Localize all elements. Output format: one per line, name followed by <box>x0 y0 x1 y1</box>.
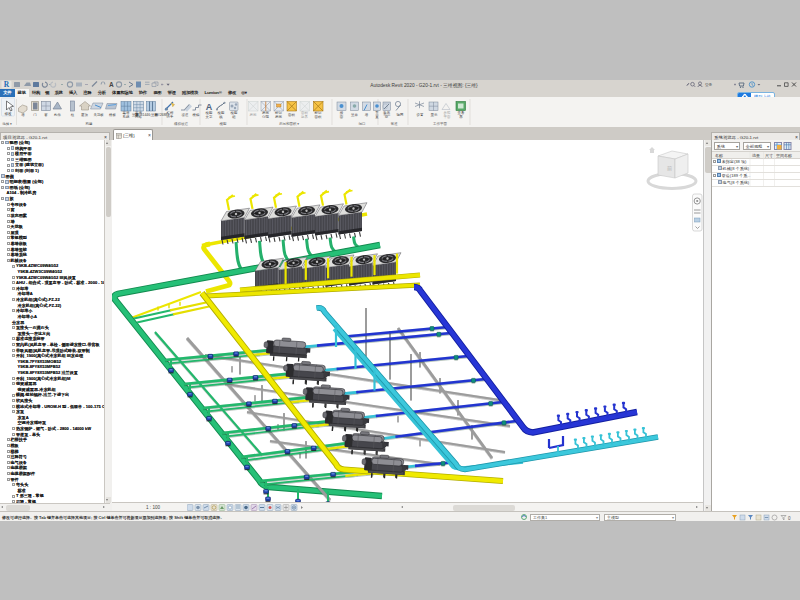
svg-text:屋顶: 屋顶 <box>81 113 88 117</box>
svg-text:A: A <box>206 102 213 112</box>
svg-text:0: 0 <box>788 515 791 520</box>
svg-text:选择 ▾: 选择 ▾ <box>2 122 12 126</box>
svg-text:工作平面: 工作平面 <box>433 121 448 126</box>
svg-text:扶手: 扶手 <box>167 114 174 119</box>
svg-text:平面: 平面 <box>444 114 451 119</box>
svg-text:基准: 基准 <box>391 122 399 126</box>
svg-text:楼梯: 楼梯 <box>193 113 200 117</box>
svg-text:墙: 墙 <box>364 113 369 117</box>
svg-text:洞口: 洞口 <box>359 122 366 126</box>
svg-text:坡道: 坡道 <box>181 113 189 117</box>
svg-text:构件: 构件 <box>53 113 61 117</box>
svg-text:楼板: 楼板 <box>109 113 116 117</box>
svg-text:设置: 设置 <box>417 112 424 117</box>
svg-text:窗: 窗 <box>44 113 48 117</box>
svg-text:标高: 标高 <box>383 113 391 117</box>
svg-text:天花板: 天花板 <box>93 113 104 117</box>
svg-text:A: A <box>109 81 114 88</box>
svg-text:柱: 柱 <box>71 113 75 117</box>
svg-text:显示: 显示 <box>431 113 438 117</box>
svg-text:文字: 文字 <box>206 115 213 119</box>
svg-text:边界: 边界 <box>301 115 308 119</box>
svg-text:系统: 系统 <box>123 114 130 119</box>
svg-text:竖੺#31446;竖੺#26883;: 竖੺#31446;竖੺#26883; <box>132 113 170 117</box>
svg-text:直: 直 <box>375 115 379 119</box>
svg-text:面积: 面积 <box>288 113 295 117</box>
svg-text:轴网: 轴网 <box>396 113 404 117</box>
svg-text:构建: 构建 <box>85 122 94 126</box>
svg-text:房间: 房间 <box>250 113 257 117</box>
svg-text:器: 器 <box>459 115 463 119</box>
svg-text:前: 前 <box>667 165 672 171</box>
svg-text:R: R <box>4 80 10 89</box>
svg-text:组: 组 <box>232 115 236 119</box>
svg-text:线: 线 <box>219 115 223 119</box>
svg-text:修改: 修改 <box>4 111 12 116</box>
svg-text:分隔: 分隔 <box>262 114 269 119</box>
svg-text:门: 门 <box>33 113 36 117</box>
svg-text:楼梯坡道: 楼梯坡道 <box>174 122 189 126</box>
svg-text:登录: 登录 <box>705 82 713 87</box>
svg-text:房间: 房间 <box>275 115 282 119</box>
svg-text:模型: 模型 <box>220 121 228 126</box>
svg-text:房间和面积 ▾: 房间和面积 ▾ <box>279 121 299 126</box>
svg-text:面: 面 <box>340 115 344 119</box>
svg-text:Autodesk Revit 2020 - G20-1.rv: Autodesk Revit 2020 - G20-1.rvt - 三维视图: … <box>370 82 478 89</box>
svg-text:面积: 面积 <box>315 115 322 119</box>
svg-text:竖井: 竖井 <box>351 113 358 117</box>
